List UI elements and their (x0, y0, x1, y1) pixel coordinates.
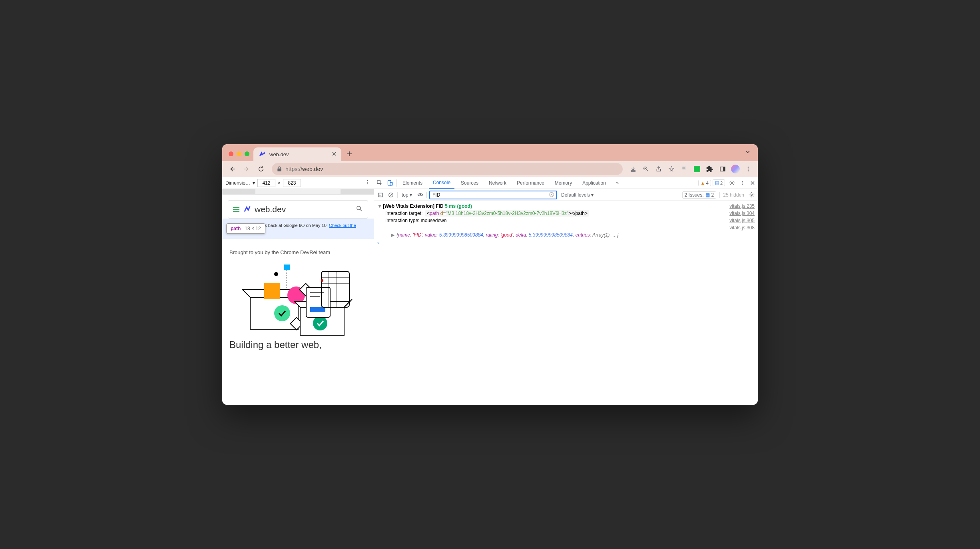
clear-icon (388, 192, 394, 198)
svg-point-44 (419, 194, 421, 196)
filter-input[interactable] (432, 192, 549, 198)
source-link[interactable]: vitals.js:304 (725, 211, 755, 216)
profile-button[interactable] (730, 163, 741, 175)
device-menu-button[interactable] (365, 179, 370, 186)
site-search-button[interactable] (356, 205, 363, 214)
source-link[interactable]: vitals.js:305 (725, 218, 755, 223)
console-output[interactable]: ▼ [Web Vitals Extension] FID 5 ms (good)… (374, 201, 758, 405)
svg-point-7 (367, 182, 368, 183)
flag-button[interactable] (679, 163, 690, 175)
forward-button[interactable] (241, 163, 253, 175)
issues-button[interactable]: 2 Issues: ▤ 2 (682, 191, 717, 199)
console-sidebar-toggle[interactable] (376, 192, 384, 198)
reload-button[interactable] (255, 163, 267, 175)
close-tab-button[interactable] (332, 151, 337, 157)
tab-network[interactable]: Network (485, 177, 510, 189)
browser-tab[interactable]: web.dev (253, 147, 341, 161)
tab-sources[interactable]: Sources (457, 177, 482, 189)
svg-rect-16 (284, 265, 290, 270)
clear-filter-button[interactable]: ⓧ (549, 191, 554, 198)
hamburger-button[interactable] (233, 207, 239, 212)
panel-icon (719, 166, 726, 172)
console-settings-button[interactable] (747, 192, 755, 198)
devtools-menu-button[interactable] (737, 180, 747, 186)
new-tab-button[interactable] (344, 148, 355, 159)
tab-performance[interactable]: Performance (513, 177, 548, 189)
messages-badge[interactable]: ▤2 (713, 179, 725, 186)
svg-point-20 (274, 305, 290, 321)
log-object[interactable]: ▶ {name: 'FID', value: 5.399999998509884… (374, 231, 758, 239)
green-square-icon (694, 166, 700, 172)
flag-icon (681, 166, 687, 172)
site-favicon (258, 150, 266, 158)
share-button[interactable] (653, 163, 664, 175)
extension-indicator[interactable] (691, 163, 703, 175)
log-line[interactable]: vitals.js:308 (374, 224, 758, 231)
dimensions-label[interactable]: Dimensio… (225, 180, 250, 186)
tab-application[interactable]: Application (578, 177, 610, 189)
log-levels-selector[interactable]: Default levels ▾ (560, 192, 595, 198)
device-viewport: web.dev path 18 × 12 The Chrome team is … (222, 195, 374, 405)
webdev-logo-icon (243, 205, 252, 214)
log-line[interactable]: ▼ [Web Vitals Extension] FID 5 ms (good)… (374, 203, 758, 210)
source-link[interactable]: vitals.js:235 (725, 203, 755, 209)
more-tabs-button[interactable]: » (612, 180, 623, 186)
warning-icon: ▲ (701, 181, 705, 185)
window-controls (229, 151, 249, 156)
avatar-icon (731, 165, 740, 173)
sidebar-icon (378, 192, 383, 198)
svg-point-45 (751, 194, 752, 196)
rendered-page: web.dev (228, 200, 368, 219)
minimize-window-button[interactable] (237, 151, 241, 156)
maximize-window-button[interactable] (245, 151, 249, 156)
tab-elements[interactable]: Elements (398, 177, 426, 189)
svg-point-3 (748, 167, 749, 168)
svg-rect-13 (264, 283, 280, 299)
intro-text: Brought to you by the Chrome DevRel team (222, 239, 374, 259)
zoom-button[interactable] (640, 163, 651, 175)
svg-rect-42 (378, 193, 383, 197)
dimension-multiply: × (278, 180, 281, 186)
context-selector[interactable]: top ▾ (400, 192, 414, 198)
back-button[interactable] (226, 163, 238, 175)
device-toggle-button[interactable] (384, 180, 395, 186)
disclosure-triangle-icon[interactable]: ▶ (391, 232, 396, 238)
chrome-menu-button[interactable] (743, 163, 754, 175)
hero-illustration (222, 259, 374, 339)
tab-console[interactable]: Console (429, 177, 454, 189)
console-prompt[interactable]: › (374, 239, 758, 247)
height-input[interactable] (283, 179, 301, 187)
address-bar[interactable]: https://web.dev (272, 163, 623, 175)
lock-icon (277, 166, 282, 172)
inspect-element-button[interactable] (374, 180, 384, 186)
disclosure-triangle-icon[interactable]: ▼ (377, 203, 383, 209)
site-header: web.dev (228, 201, 368, 218)
tab-memory[interactable]: Memory (551, 177, 576, 189)
download-icon (630, 166, 636, 172)
message-icon: ▤ (715, 180, 719, 185)
site-logo[interactable]: web.dev (243, 205, 286, 214)
log-line[interactable]: Interaction type: mousedown vitals.js:30… (374, 217, 758, 224)
warnings-badge[interactable]: ▲4 (698, 180, 711, 186)
viewport-ruler[interactable] (222, 189, 374, 195)
clear-console-button[interactable] (387, 192, 395, 198)
log-line[interactable]: Interaction target: <path d="M3 18h18v-2… (374, 210, 758, 217)
svg-point-4 (748, 169, 749, 170)
devtools-close-button[interactable] (747, 181, 758, 185)
width-input[interactable] (257, 179, 275, 187)
sidepanel-button[interactable] (717, 163, 728, 175)
reload-icon (258, 166, 264, 172)
close-window-button[interactable] (229, 151, 233, 156)
extensions-button[interactable] (704, 163, 715, 175)
svg-point-38 (731, 182, 733, 184)
downloads-button[interactable] (627, 163, 639, 175)
live-expression-button[interactable] (416, 192, 424, 198)
devtools-settings-button[interactable] (727, 180, 737, 186)
bookmark-button[interactable] (666, 163, 677, 175)
source-link[interactable]: vitals.js:308 (725, 225, 755, 231)
devtools-panel: Elements Console Sources Network Perform… (374, 177, 758, 405)
share-icon (655, 166, 662, 172)
console-toolbar: top ▾ ⓧ Default levels ▾ 2 Issues: ▤ 2 2… (374, 189, 758, 201)
console-filter[interactable]: ⓧ (429, 191, 557, 199)
tabs-menu-button[interactable] (745, 149, 751, 156)
